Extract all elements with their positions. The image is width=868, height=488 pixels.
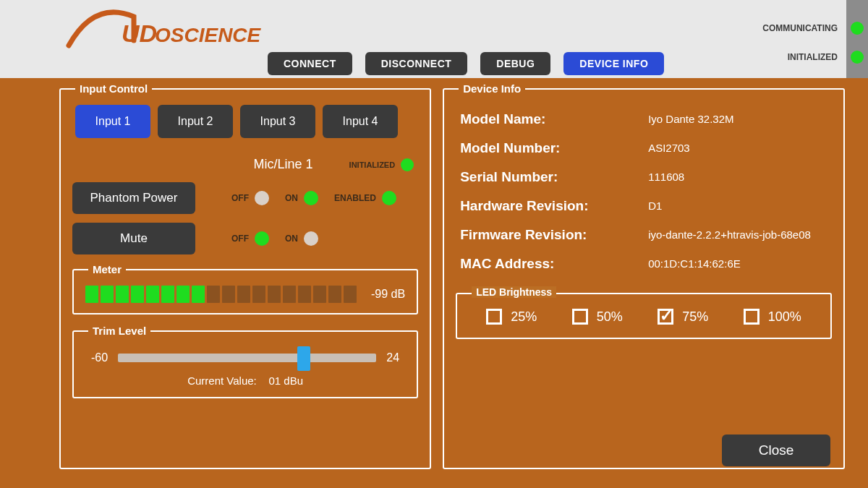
brightness-option-75[interactable]: 75% (658, 309, 708, 325)
device-info-panel: Device Info Model Name:Iyo Dante 32.32MM… (443, 82, 845, 469)
meter-group: Meter -99 dB (72, 263, 418, 314)
meter-segment (344, 286, 357, 303)
tab-input-2[interactable]: Input 2 (158, 105, 233, 138)
meter-segment (146, 286, 159, 303)
brightness-label: 100% (768, 309, 801, 325)
info-label: Serial Number: (460, 169, 648, 185)
communicating-led (851, 22, 864, 35)
brightness-option-50[interactable]: 50% (572, 309, 623, 325)
input-control-legend: Input Control (75, 82, 152, 95)
meter-segment (268, 286, 281, 303)
trim-min-label: -60 (91, 351, 108, 364)
meter-segment (237, 286, 250, 303)
trim-slider[interactable] (118, 354, 376, 362)
phantom-enabled-status: ENABLED (334, 191, 396, 205)
trim-legend: Trim Level (88, 325, 150, 337)
channel-label: Mic/Line 1 (254, 157, 313, 172)
info-value: 00:1D:C1:14:62:6E (648, 256, 741, 272)
device-info-button[interactable]: DEVICE INFO (563, 52, 664, 75)
debug-button[interactable]: DEBUG (480, 52, 550, 75)
close-button[interactable]: Close (722, 435, 830, 466)
trim-current-value: 01 dBu (268, 374, 303, 387)
led-brightness-options: 25%50%75%100% (469, 309, 819, 325)
meter-segment (131, 286, 144, 303)
mute-button[interactable]: Mute (72, 223, 195, 254)
led-brightness-group: LED Brightness 25%50%75%100% (456, 293, 832, 339)
disconnect-button[interactable]: DISCONNECT (365, 52, 468, 75)
body-area: Input Control Input 1 Input 2 Input 3 In… (0, 78, 868, 488)
device-info-legend: Device Info (459, 82, 525, 95)
svg-text:UD: UD (122, 20, 157, 47)
checkbox-icon (658, 309, 673, 325)
initialized-led (851, 51, 864, 64)
logo: UD OSCIENCE (65, 6, 268, 59)
tab-input-4[interactable]: Input 4 (323, 105, 398, 138)
info-label: Model Number: (460, 140, 648, 156)
phantom-on-option[interactable]: ON (285, 191, 318, 205)
svg-text:OSCIENCE: OSCIENCE (155, 24, 262, 46)
device-info-table: Model Name:Iyo Dante 32.32MModel Number:… (456, 105, 832, 278)
checkbox-icon (744, 309, 760, 325)
phantom-off-dot (255, 191, 269, 205)
info-value: D1 (648, 198, 662, 214)
status-sidebar (846, 0, 868, 78)
trim-max-label: 24 (386, 351, 399, 364)
channel-initialized-status: INITIALIZED (349, 158, 414, 171)
meter-segment (222, 286, 235, 303)
meter-segment (283, 286, 296, 303)
initialized-label: INITIALIZED (788, 52, 838, 62)
mute-on-dot (304, 231, 318, 246)
meter-segment (161, 286, 174, 303)
phantom-off-option[interactable]: OFF (231, 191, 269, 205)
meter-segment (85, 286, 98, 303)
info-row: MAC Address:00:1D:C1:14:62:6E (456, 249, 832, 278)
info-label: Firmware Revision: (460, 227, 648, 243)
led-brightness-legend: LED Brightness (472, 286, 556, 298)
phantom-row: Phantom Power OFF ON ENABLED (72, 182, 418, 214)
info-row: Serial Number:111608 (456, 163, 832, 192)
meter-segment (192, 286, 205, 303)
meter-segment (313, 286, 326, 303)
tab-input-1[interactable]: Input 1 (75, 105, 150, 138)
channel-initialized-led (401, 158, 414, 171)
mute-on-option[interactable]: ON (285, 231, 318, 246)
input-tabs: Input 1 Input 2 Input 3 Input 4 (72, 105, 418, 151)
mute-off-dot (255, 231, 269, 246)
brightness-option-25[interactable]: 25% (486, 309, 537, 325)
info-value: Iyo Dante 32.32M (648, 111, 733, 127)
phantom-power-button[interactable]: Phantom Power (72, 182, 195, 214)
info-row: Model Number:ASI2703 (456, 134, 832, 163)
communicating-label: COMMUNICATING (762, 23, 838, 33)
tab-input-3[interactable]: Input 3 (240, 105, 315, 138)
brightness-option-100[interactable]: 100% (744, 309, 801, 325)
meter-legend: Meter (88, 263, 126, 275)
info-row: Model Name:Iyo Dante 32.32M (456, 105, 832, 134)
checkbox-icon (572, 309, 588, 325)
header-bar: UD OSCIENCE CONNECT DISCONNECT DEBUG DEV… (0, 0, 868, 78)
meter-bar (85, 286, 357, 303)
info-row: Firmware Revision:iyo-dante-2.2.2+htravi… (456, 221, 832, 249)
brightness-label: 25% (511, 309, 537, 325)
trim-slider-thumb[interactable] (297, 346, 310, 371)
meter-segment (207, 286, 220, 303)
meter-segment (101, 286, 114, 303)
info-label: MAC Address: (460, 256, 648, 272)
checkbox-icon (486, 309, 502, 325)
brightness-label: 75% (682, 309, 708, 325)
mute-off-option[interactable]: OFF (231, 231, 269, 246)
brightness-label: 50% (597, 309, 623, 325)
app-window: UD OSCIENCE CONNECT DISCONNECT DEBUG DEV… (0, 0, 868, 488)
meter-segment (298, 286, 311, 303)
meter-value: -99 dB (371, 288, 405, 301)
info-value: iyo-dante-2.2.2+htravis-job-68e08 (648, 227, 811, 243)
meter-segment (328, 286, 341, 303)
info-label: Hardware Revision: (460, 198, 648, 214)
connect-button[interactable]: CONNECT (268, 52, 352, 75)
mute-row: Mute OFF ON (72, 223, 418, 254)
info-row: Hardware Revision:D1 (456, 192, 832, 221)
toolbar: CONNECT DISCONNECT DEBUG DEVICE INFO (268, 52, 664, 75)
meter-segment (176, 286, 190, 303)
channel-status-row: Mic/Line 1 INITIALIZED (72, 151, 418, 182)
phantom-on-dot (304, 191, 318, 205)
meter-segment (116, 286, 129, 303)
